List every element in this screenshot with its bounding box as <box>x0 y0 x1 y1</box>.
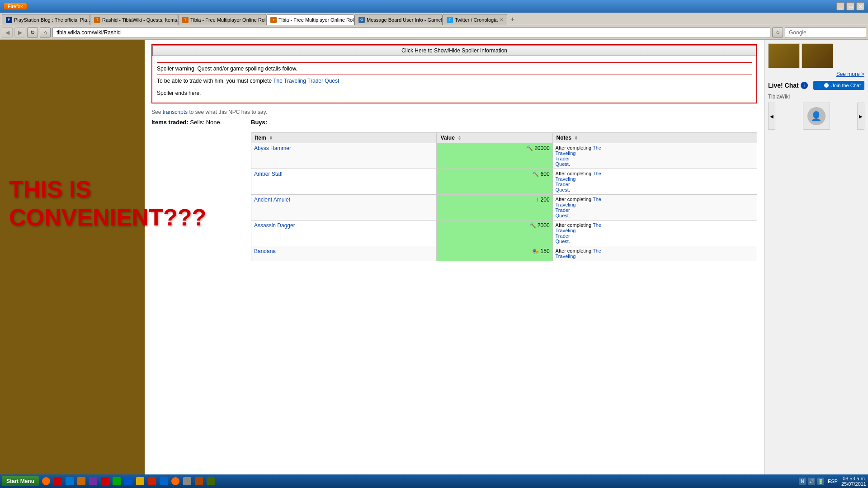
sys-tray: N 🔊 🔋 <box>799 478 824 485</box>
spoiler-box: Click Here to Show/Hide Spoiler Informat… <box>151 44 757 103</box>
chat-avatar-area: ◀ 👤 ▶ <box>768 103 864 130</box>
trade-table: Item ⇕ Value ⇕ Notes ⇕ <box>251 132 757 261</box>
taskbar-icon-3[interactable] <box>64 476 75 487</box>
reload-button[interactable]: ↻ <box>27 27 38 38</box>
sort-arrows-value[interactable]: ⇕ <box>458 136 461 141</box>
tab-tibia2[interactable]: T Tibia - Free Multiplayer Online Role P… <box>266 14 354 25</box>
table-body: Abyss Hammer 🔨 20000 After completing Th… <box>251 143 757 261</box>
tab-favicon-tibia2: T <box>270 17 277 23</box>
notes-cell-assassin-dagger: After completing TheTravelingTraderQuest… <box>552 221 757 246</box>
transcripts-link[interactable]: transcripts <box>163 109 188 115</box>
traveling-trader-quest-link-1[interactable]: The Traveling Trader Quest <box>273 78 339 84</box>
taskbar-icon-6[interactable] <box>99 476 110 487</box>
taskbar-icon-11[interactable] <box>158 476 169 487</box>
buys-section: Buys: Item ⇕ Value ⇕ <box>251 119 757 261</box>
live-chat-label: Live! Chat <box>768 82 799 89</box>
main-content-area: THIS IS CONVENIENT??? Click Here to Show… <box>0 40 868 478</box>
onenote-taskbar-icon <box>89 477 97 485</box>
notes-link-4[interactable]: TheTravelingTraderQuest. <box>556 222 601 244</box>
minimize-button[interactable]: _ <box>836 2 844 10</box>
sort-arrows-item[interactable]: ⇕ <box>269 136 273 141</box>
word2-taskbar-icon <box>124 477 132 485</box>
col-value: Value ⇕ <box>437 133 552 143</box>
tab-gamefaqs[interactable]: G Message Board User Info - GameFAQs ✕ <box>354 14 443 25</box>
home-button[interactable]: ⌂ <box>40 27 51 38</box>
taskbar-icon-7[interactable] <box>111 476 122 487</box>
tibiawiki-label: TibiaWiki <box>768 94 864 100</box>
taskbar-icon-14[interactable] <box>193 476 204 487</box>
item-link-ancient-amulet[interactable]: Ancient Amulet <box>254 197 290 203</box>
notes-link-3[interactable]: TheTravelingTraderQuest. <box>556 197 601 218</box>
tab-label-twitter: Twitter / Cronologia <box>455 17 498 23</box>
value-cell-bandana: 🎭 150 <box>437 246 552 261</box>
taskbar-icon-15[interactable] <box>205 476 216 487</box>
notes-cell-amber-staff: After completing TheTravelingTraderQuest… <box>552 169 757 195</box>
misc-taskbar-icon <box>148 477 156 485</box>
chat-prev-button[interactable]: ◀ <box>768 103 775 130</box>
restore-button[interactable]: ▭ <box>846 2 854 10</box>
close-button[interactable]: ✕ <box>856 2 864 10</box>
tab-label-tibia2: Tibia - Free Multiplayer Online Role P..… <box>278 17 354 23</box>
chat-avatar: 👤 <box>803 103 830 130</box>
taskbar-icon-5[interactable] <box>88 476 99 487</box>
bookmark-button[interactable]: ☆ <box>772 27 783 38</box>
tab-playstation[interactable]: P PlayStation Blog : The official Pla...… <box>2 14 90 25</box>
item-link-amber-staff[interactable]: Amber Staff <box>254 171 283 177</box>
ie-taskbar-icon <box>160 477 168 485</box>
spoiler-divider-top <box>157 62 752 63</box>
table-row: Abyss Hammer 🔨 20000 After completing Th… <box>251 143 757 169</box>
taskbar-icon-10[interactable] <box>146 476 157 487</box>
live-chat-title: Live! Chat i <box>768 82 808 89</box>
back-button[interactable]: ◀ <box>2 27 13 38</box>
notes-link-2[interactable]: TheTravelingTraderQuest. <box>556 171 601 192</box>
spoiler-content: Spoiler warning: Quest and/or game spoil… <box>152 56 756 103</box>
notes-link-5[interactable]: TheTraveling <box>556 248 601 259</box>
notes-link-1[interactable]: TheTravelingTraderQuest. <box>556 145 601 167</box>
outlook-taskbar-icon <box>77 477 85 485</box>
item-cell-amber-staff: Amber Staff <box>251 169 437 195</box>
taskbar-icon-12[interactable] <box>170 476 181 487</box>
item-cell-assassin-dagger: Assassin Dagger <box>251 221 437 246</box>
spoiler-toggle-button[interactable]: Click Here to Show/Hide Spoiler Informat… <box>152 45 756 56</box>
nav-bar: ◀ ▶ ↻ ⌂ ☆ <box>0 25 868 40</box>
audio-icon: 🔊 <box>808 478 815 485</box>
tab-close-twitter[interactable]: ✕ <box>500 17 503 22</box>
items-traded-label: Items traded: <box>151 119 189 126</box>
dagger-icon: 🔨 <box>529 222 536 229</box>
taskbar-icon-4[interactable] <box>76 476 87 487</box>
spoiler-body: To be able to trade with him, you must c… <box>157 78 752 84</box>
taskbar-icon-13[interactable] <box>182 476 193 487</box>
new-tab-button[interactable]: + <box>507 14 518 25</box>
tab-tibia1[interactable]: T Tibia - Free Multiplayer Online Role P… <box>178 14 266 25</box>
forward-button[interactable]: ▶ <box>14 27 25 38</box>
search-bar[interactable] <box>785 27 866 38</box>
item-link-assassin-dagger[interactable]: Assassin Dagger <box>254 222 295 229</box>
chat-next-button[interactable]: ▶ <box>857 103 864 130</box>
see-more-link[interactable]: See more > <box>768 71 864 77</box>
transcripts-line: See transcripts to see what this NPC has… <box>151 109 757 115</box>
value-cell-ancient-amulet: ↑ 200 <box>437 195 552 221</box>
nvidia-icon: N <box>799 478 806 485</box>
live-chat-section: Live! Chat i Join the Chat TibiaWiki ◀ 👤… <box>768 81 864 130</box>
sort-arrows-notes[interactable]: ⇕ <box>574 136 578 141</box>
thumbnail-images <box>768 43 864 68</box>
tab-rashid[interactable]: T Rashid - TibiaWiki - Quests, Items, Sp… <box>90 14 178 25</box>
join-chat-button[interactable]: Join the Chat <box>813 81 864 90</box>
item-cell-ancient-amulet: Ancient Amulet <box>251 195 437 221</box>
tab-favicon-tibia1: T <box>182 17 189 23</box>
address-bar[interactable] <box>52 27 770 38</box>
taskbar-icon-2[interactable] <box>52 476 63 487</box>
tab-twitter[interactable]: T Twitter / Cronologia ✕ <box>443 14 507 25</box>
staff-icon: 🔨 <box>532 171 539 177</box>
start-button[interactable]: Start Menu <box>2 476 39 486</box>
notes-cell-abyss-hammer: After completing TheTravelingTraderQuest… <box>552 143 757 169</box>
excel-taskbar-icon <box>113 477 121 485</box>
taskbar-icon-8[interactable] <box>123 476 134 487</box>
taskbar-icon-1[interactable] <box>41 476 52 487</box>
item-link-bandana[interactable]: Bandana <box>254 248 276 254</box>
taskbar-icon-9[interactable] <box>135 476 146 487</box>
ff2-taskbar-icon <box>171 477 179 485</box>
item-link-abyss-hammer[interactable]: Abyss Hammer <box>254 145 291 151</box>
firefox-button[interactable]: Firefox <box>4 3 27 10</box>
buys-label: Buys: <box>251 119 267 126</box>
